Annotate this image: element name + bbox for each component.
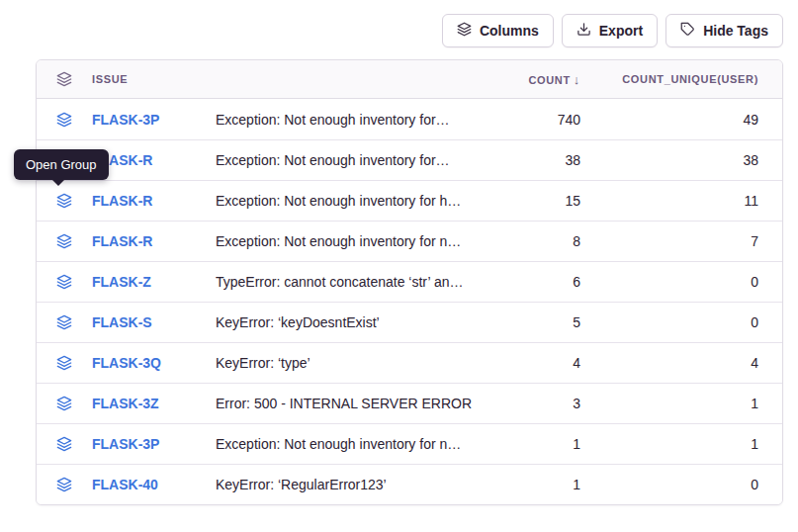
column-header-issue[interactable]: ISSUE xyxy=(92,73,216,85)
table-row: FLASK-R Exception: Not enough inventory … xyxy=(37,180,782,221)
count-unique-value: 1 xyxy=(580,436,758,452)
count-value: 1 xyxy=(472,436,580,452)
count-value: 6 xyxy=(472,274,580,290)
layers-icon xyxy=(56,112,92,128)
issue-link[interactable]: FLASK-3Z xyxy=(92,396,216,411)
table-row: FLASK-3P Exception: Not enough inventory… xyxy=(37,423,782,464)
issue-link[interactable]: FLASK-R xyxy=(92,193,216,209)
layers-icon xyxy=(56,274,92,290)
count-value: 4 xyxy=(472,355,580,371)
count-unique-value: 0 xyxy=(580,314,758,330)
issue-title: Exception: Not enough inventory for n… xyxy=(216,436,472,452)
issue-link[interactable]: FLASK-40 xyxy=(92,477,216,492)
count-value: 3 xyxy=(472,396,580,411)
count-value: 5 xyxy=(472,314,580,330)
count-unique-value: 0 xyxy=(580,477,758,492)
table-row: FLASK-Z TypeError: cannot concatenate ‘s… xyxy=(37,261,782,302)
issue-link[interactable]: FLASK-3Q xyxy=(92,355,216,371)
issue-link[interactable]: FLASK-R xyxy=(92,233,216,249)
table-header: ISSUE COUNT↓ COUNT_UNIQUE(USER) xyxy=(37,60,782,99)
count-value: 1 xyxy=(472,477,580,492)
issue-title: KeyError: ‘RegularError123’ xyxy=(216,477,472,492)
table-row: FLASK-R Exception: Not enough inventory … xyxy=(37,221,782,261)
count-value: 8 xyxy=(472,233,580,249)
count-unique-value: 4 xyxy=(580,355,758,371)
count-unique-value: 38 xyxy=(580,152,758,168)
issue-title: Exception: Not enough inventory for… xyxy=(216,112,472,128)
count-unique-value: 1 xyxy=(580,396,758,411)
column-header-count-unique[interactable]: COUNT_UNIQUE(USER) xyxy=(580,73,758,85)
table-body: FLASK-3P Exception: Not enough inventory… xyxy=(37,99,782,504)
issue-title: TypeError: cannot concatenate ‘str’ an… xyxy=(216,274,472,290)
column-header-count[interactable]: COUNT↓ xyxy=(472,72,580,87)
issue-link[interactable]: FLASK-R xyxy=(92,152,216,168)
open-group-tooltip-label: Open Group xyxy=(26,157,97,172)
issue-title: Exception: Not enough inventory for… xyxy=(216,152,472,168)
hide-tags-button-label: Hide Tags xyxy=(703,23,768,39)
count-value: 740 xyxy=(472,112,580,128)
issue-title: Exception: Not enough inventory for h… xyxy=(216,193,472,209)
layers-icon xyxy=(56,355,92,371)
table-row: FLASK-40 KeyError: ‘RegularError123’ 1 0 xyxy=(37,464,782,504)
table-row: FLASK-R Exception: Not enough inventory … xyxy=(37,139,782,180)
issue-title: Exception: Not enough inventory for n… xyxy=(216,233,472,249)
hide-tags-button[interactable]: Hide Tags xyxy=(665,14,783,47)
layers-icon xyxy=(56,436,92,452)
layers-icon xyxy=(56,477,92,492)
table-row: FLASK-3P Exception: Not enough inventory… xyxy=(37,99,782,139)
issue-title: KeyError: ‘keyDoesntExist’ xyxy=(216,314,472,330)
open-group-tooltip: Open Group xyxy=(14,149,109,180)
issue-link[interactable]: FLASK-Z xyxy=(92,274,216,290)
table-row: FLASK-S KeyError: ‘keyDoesntExist’ 5 0 xyxy=(37,302,782,342)
download-icon xyxy=(576,22,591,40)
toolbar: Columns Export Hide Tags xyxy=(442,14,783,47)
issue-title: Error: 500 - INTERNAL SERVER ERROR xyxy=(216,396,472,411)
table-row: FLASK-3Z Error: 500 - INTERNAL SERVER ER… xyxy=(37,383,782,423)
issue-link[interactable]: FLASK-3P xyxy=(92,436,216,452)
count-header-label: COUNT xyxy=(528,74,570,86)
issue-title: KeyError: ‘type’ xyxy=(216,355,472,371)
count-unique-value: 49 xyxy=(580,112,758,128)
columns-button-label: Columns xyxy=(480,23,539,39)
issue-link[interactable]: FLASK-S xyxy=(92,314,216,330)
columns-button[interactable]: Columns xyxy=(442,14,554,47)
export-button[interactable]: Export xyxy=(562,14,658,47)
layers-icon xyxy=(56,233,92,249)
tag-icon xyxy=(680,22,695,40)
layers-icon xyxy=(56,396,92,411)
results-table: ISSUE COUNT↓ COUNT_UNIQUE(USER) FLASK-3P… xyxy=(36,59,783,505)
count-unique-value: 11 xyxy=(580,193,758,209)
count-unique-value: 0 xyxy=(580,274,758,290)
export-button-label: Export xyxy=(599,23,643,39)
layers-icon xyxy=(457,22,472,40)
layers-icon xyxy=(56,314,92,330)
sort-desc-icon[interactable]: ↓ xyxy=(574,72,580,87)
issue-link[interactable]: FLASK-3P xyxy=(92,112,216,128)
layers-icon xyxy=(56,193,92,209)
count-unique-value: 7 xyxy=(580,233,758,249)
count-value: 38 xyxy=(472,152,580,168)
count-value: 15 xyxy=(472,193,580,209)
issues-stack-icon xyxy=(56,71,92,87)
table-row: FLASK-3Q KeyError: ‘type’ 4 4 xyxy=(37,342,782,383)
